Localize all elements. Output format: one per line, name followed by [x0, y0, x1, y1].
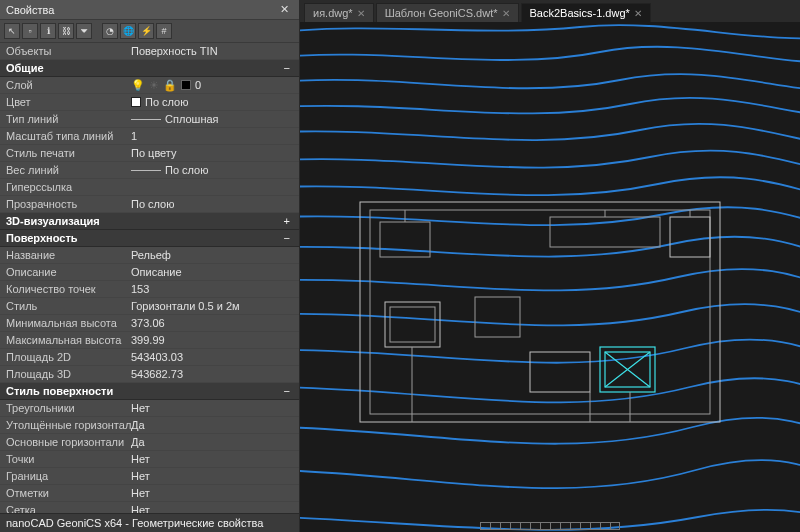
- section-surface[interactable]: Поверхность −: [0, 230, 299, 247]
- row-maincont[interactable]: Основные горизонталиДа: [0, 434, 299, 451]
- row-hyperlink[interactable]: Гиперссылка: [0, 179, 299, 196]
- tool-globe-icon[interactable]: 🌐: [120, 23, 136, 39]
- tab-close-icon[interactable]: ✕: [634, 8, 642, 19]
- bulb-icon: 💡: [131, 79, 145, 92]
- svg-rect-6: [390, 307, 435, 342]
- bottom-ruler: [480, 522, 620, 530]
- svg-rect-4: [670, 217, 710, 257]
- layer-name: 0: [195, 79, 201, 91]
- row-transparency[interactable]: Прозрачность По слою: [0, 196, 299, 213]
- row-border[interactable]: ГраницаНет: [0, 468, 299, 485]
- tool-object-icon[interactable]: ▫: [22, 23, 38, 39]
- collapse-icon[interactable]: −: [281, 385, 293, 397]
- tool-select-icon[interactable]: ↖: [4, 23, 20, 39]
- tab-2[interactable]: Back2Basics-1.dwg*✕: [521, 3, 651, 22]
- row-color[interactable]: Цвет По слою: [0, 94, 299, 111]
- row-area3d[interactable]: Площадь 3D543682.73: [0, 366, 299, 383]
- row-objects[interactable]: Объекты Поверхность TIN: [0, 43, 299, 60]
- label: Объекты: [6, 45, 131, 57]
- row-style[interactable]: СтильГоризонтали 0.5 и 2м: [0, 298, 299, 315]
- drawing-canvas[interactable]: [300, 22, 800, 532]
- tab-close-icon[interactable]: ✕: [502, 8, 510, 19]
- tool-chart-icon[interactable]: ◔: [102, 23, 118, 39]
- row-minh[interactable]: Минимальная высота373.06: [0, 315, 299, 332]
- color-swatch: [131, 97, 141, 107]
- row-triangles[interactable]: ТреугольникиНет: [0, 400, 299, 417]
- layer-color-swatch: [181, 80, 191, 90]
- panel-toolbar: ↖ ▫ ℹ ⛓ ⏷ ◔ 🌐 ⚡ #: [0, 20, 299, 43]
- svg-rect-0: [360, 202, 720, 422]
- tool-bolt-icon[interactable]: ⚡: [138, 23, 154, 39]
- row-plotstyle[interactable]: Стиль печати По цвету: [0, 145, 299, 162]
- properties-list: Объекты Поверхность TIN Общие − Слой 💡 ☀…: [0, 43, 299, 513]
- svg-rect-7: [475, 297, 520, 337]
- tool-filter-icon[interactable]: ⏷: [76, 23, 92, 39]
- properties-panel: Свойства ✕ ↖ ▫ ℹ ⛓ ⏷ ◔ 🌐 ⚡ # Объекты Пов…: [0, 0, 300, 532]
- value: Поверхность TIN: [131, 45, 293, 57]
- tool-hash-icon[interactable]: #: [156, 23, 172, 39]
- drawing-area[interactable]: ия.dwg*✕ Шаблон GeoniCS.dwt*✕ Back2Basic…: [300, 0, 800, 532]
- section-3dviz[interactable]: 3D-визуализация +: [0, 213, 299, 230]
- tab-0[interactable]: ия.dwg*✕: [304, 3, 374, 22]
- row-desc[interactable]: ОписаниеОписание: [0, 264, 299, 281]
- svg-rect-3: [550, 217, 660, 247]
- tool-info-icon[interactable]: ℹ: [40, 23, 56, 39]
- line-icon: [131, 170, 161, 171]
- row-grid[interactable]: СеткаНет: [0, 502, 299, 513]
- panel-close-button[interactable]: ✕: [276, 3, 293, 16]
- expand-icon[interactable]: +: [281, 215, 293, 227]
- collapse-icon[interactable]: −: [281, 232, 293, 244]
- tool-link-icon[interactable]: ⛓: [58, 23, 74, 39]
- panel-title: Свойства: [6, 4, 54, 16]
- row-marks[interactable]: ОтметкиНет: [0, 485, 299, 502]
- row-spoints[interactable]: ТочкиНет: [0, 451, 299, 468]
- sun-icon: ☀: [149, 79, 159, 92]
- svg-rect-1: [370, 210, 710, 414]
- section-general[interactable]: Общие −: [0, 60, 299, 77]
- row-lineweight[interactable]: Вес линий По слою: [0, 162, 299, 179]
- section-surfstyle[interactable]: Стиль поверхности −: [0, 383, 299, 400]
- tab-1[interactable]: Шаблон GeoniCS.dwt*✕: [376, 3, 519, 22]
- row-points[interactable]: Количество точек153: [0, 281, 299, 298]
- row-ltscale[interactable]: Масштаб типа линий 1: [0, 128, 299, 145]
- panel-title-bar: Свойства ✕: [0, 0, 299, 20]
- row-layer[interactable]: Слой 💡 ☀ 🔒 0: [0, 77, 299, 94]
- row-linetype[interactable]: Тип линий Сплошная: [0, 111, 299, 128]
- svg-rect-8: [530, 352, 590, 392]
- row-thickcont[interactable]: Утолщённые горизонталиДа: [0, 417, 299, 434]
- tab-close-icon[interactable]: ✕: [357, 8, 365, 19]
- row-maxh[interactable]: Максимальная высота399.99: [0, 332, 299, 349]
- row-area2d[interactable]: Площадь 2D543403.03: [0, 349, 299, 366]
- status-bar: nanoCAD GeoniCS x64 - Геометрические сво…: [0, 513, 299, 532]
- collapse-icon[interactable]: −: [281, 62, 293, 74]
- row-name[interactable]: НазваниеРельеф: [0, 247, 299, 264]
- lock-icon: 🔒: [163, 79, 177, 92]
- document-tabs: ия.dwg*✕ Шаблон GeoniCS.dwt*✕ Back2Basic…: [300, 0, 800, 22]
- line-icon: [131, 119, 161, 120]
- svg-rect-5: [385, 302, 440, 347]
